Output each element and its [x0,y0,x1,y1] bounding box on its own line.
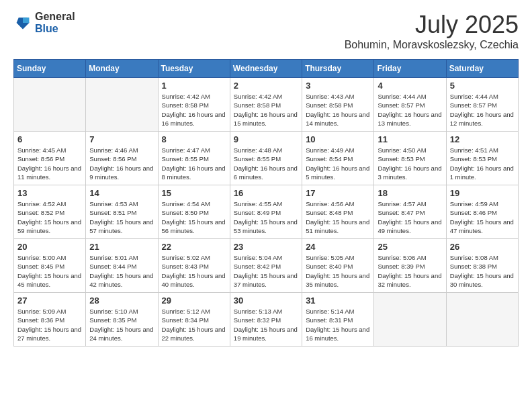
logo-general: General [35,11,75,23]
day-info: Sunrise: 5:12 AMSunset: 8:34 PMDaylight:… [162,307,226,342]
header-friday: Friday [374,60,446,78]
calendar-cell: 5Sunrise: 4:44 AMSunset: 8:57 PMDaylight… [446,78,518,132]
day-number: 27 [17,295,82,306]
header-sunday: Sunday [14,60,86,78]
calendar-table: SundayMondayTuesdayWednesdayThursdayFrid… [13,59,519,347]
calendar-cell: 11Sunrise: 4:50 AMSunset: 8:53 PMDayligh… [374,132,446,185]
header: General Blue July 2025 Bohumin, Moravsko… [13,11,519,51]
logo: General Blue [13,11,75,34]
day-number: 30 [234,295,298,306]
calendar-cell: 21Sunrise: 5:01 AMSunset: 8:44 PMDayligh… [86,239,158,293]
day-number: 20 [17,242,82,252]
day-number: 7 [89,134,154,144]
day-info: Sunrise: 4:53 AMSunset: 8:51 PMDaylight:… [89,199,154,235]
day-number: 15 [162,188,226,198]
day-number: 11 [378,134,442,144]
day-number: 1 [162,81,226,91]
calendar-week-5: 27Sunrise: 5:09 AMSunset: 8:36 PMDayligh… [14,293,519,347]
day-info: Sunrise: 4:54 AMSunset: 8:50 PMDaylight:… [162,199,226,235]
calendar-cell: 12Sunrise: 4:51 AMSunset: 8:53 PMDayligh… [446,132,518,185]
calendar-cell: 14Sunrise: 4:53 AMSunset: 8:51 PMDayligh… [86,185,158,239]
calendar-header-row: SundayMondayTuesdayWednesdayThursdayFrid… [14,60,519,78]
calendar-cell [86,78,158,132]
day-info: Sunrise: 4:56 AMSunset: 8:48 PMDaylight:… [306,199,370,235]
calendar-week-2: 6Sunrise: 4:45 AMSunset: 8:56 PMDaylight… [14,132,519,185]
day-number: 31 [306,295,370,306]
svg-marker-1 [23,17,29,23]
calendar-cell: 19Sunrise: 4:59 AMSunset: 8:46 PMDayligh… [446,185,518,239]
logo-icon [13,15,32,30]
day-number: 13 [17,188,82,198]
day-info: Sunrise: 4:43 AMSunset: 8:58 PMDaylight:… [306,92,370,128]
day-info: Sunrise: 4:46 AMSunset: 8:56 PMDaylight:… [89,146,154,181]
calendar-cell: 28Sunrise: 5:10 AMSunset: 8:35 PMDayligh… [86,293,158,347]
header-saturday: Saturday [446,60,518,78]
calendar-cell: 30Sunrise: 5:13 AMSunset: 8:32 PMDayligh… [230,293,302,347]
calendar-cell: 13Sunrise: 4:52 AMSunset: 8:52 PMDayligh… [14,185,86,239]
calendar-cell: 16Sunrise: 4:55 AMSunset: 8:49 PMDayligh… [230,185,302,239]
day-number: 23 [234,242,298,252]
calendar-cell: 7Sunrise: 4:46 AMSunset: 8:56 PMDaylight… [86,132,158,185]
calendar-cell: 20Sunrise: 5:00 AMSunset: 8:45 PMDayligh… [14,239,86,293]
header-wednesday: Wednesday [230,60,302,78]
day-info: Sunrise: 5:10 AMSunset: 8:35 PMDaylight:… [89,307,154,342]
day-info: Sunrise: 5:05 AMSunset: 8:40 PMDaylight:… [306,253,370,289]
logo-blue: Blue [35,23,75,35]
day-number: 12 [450,134,515,144]
day-info: Sunrise: 5:14 AMSunset: 8:31 PMDaylight:… [306,307,370,342]
calendar-cell: 2Sunrise: 4:42 AMSunset: 8:58 PMDaylight… [230,78,302,132]
calendar-cell: 10Sunrise: 4:49 AMSunset: 8:54 PMDayligh… [302,132,374,185]
calendar-cell: 29Sunrise: 5:12 AMSunset: 8:34 PMDayligh… [158,293,230,347]
day-number: 16 [234,188,298,198]
day-info: Sunrise: 4:57 AMSunset: 8:47 PMDaylight:… [378,199,442,235]
day-info: Sunrise: 4:51 AMSunset: 8:53 PMDaylight:… [450,146,515,181]
day-number: 3 [306,81,370,91]
day-info: Sunrise: 5:02 AMSunset: 8:43 PMDaylight:… [162,253,226,289]
day-number: 14 [89,188,154,198]
day-info: Sunrise: 5:13 AMSunset: 8:32 PMDaylight:… [234,307,298,342]
day-info: Sunrise: 5:04 AMSunset: 8:42 PMDaylight:… [234,253,298,289]
calendar-cell: 6Sunrise: 4:45 AMSunset: 8:56 PMDaylight… [14,132,86,185]
calendar-cell [14,78,86,132]
day-number: 8 [162,134,226,144]
day-number: 2 [234,81,298,91]
day-number: 25 [378,242,442,252]
day-info: Sunrise: 4:45 AMSunset: 8:56 PMDaylight:… [17,146,82,181]
day-number: 19 [450,188,515,198]
calendar-week-4: 20Sunrise: 5:00 AMSunset: 8:45 PMDayligh… [14,239,519,293]
calendar-cell [374,293,446,347]
header-tuesday: Tuesday [158,60,230,78]
day-info: Sunrise: 5:00 AMSunset: 8:45 PMDaylight:… [17,253,82,289]
day-number: 9 [234,134,298,144]
day-info: Sunrise: 4:55 AMSunset: 8:49 PMDaylight:… [234,199,298,235]
calendar-cell: 15Sunrise: 4:54 AMSunset: 8:50 PMDayligh… [158,185,230,239]
month-title: July 2025 [345,11,519,39]
day-number: 21 [89,242,154,252]
day-number: 29 [162,295,226,306]
calendar-cell: 1Sunrise: 4:42 AMSunset: 8:58 PMDaylight… [158,78,230,132]
calendar-cell: 25Sunrise: 5:06 AMSunset: 8:39 PMDayligh… [374,239,446,293]
calendar-cell: 4Sunrise: 4:44 AMSunset: 8:57 PMDaylight… [374,78,446,132]
calendar-cell: 24Sunrise: 5:05 AMSunset: 8:40 PMDayligh… [302,239,374,293]
title-area: July 2025 Bohumin, Moravskoslezsky, Czec… [345,11,519,51]
day-info: Sunrise: 4:59 AMSunset: 8:46 PMDaylight:… [450,199,515,235]
day-info: Sunrise: 4:44 AMSunset: 8:57 PMDaylight:… [450,92,515,128]
calendar-cell: 17Sunrise: 4:56 AMSunset: 8:48 PMDayligh… [302,185,374,239]
calendar-week-3: 13Sunrise: 4:52 AMSunset: 8:52 PMDayligh… [14,185,519,239]
day-info: Sunrise: 4:49 AMSunset: 8:54 PMDaylight:… [306,146,370,181]
day-number: 17 [306,188,370,198]
day-number: 24 [306,242,370,252]
calendar-cell: 26Sunrise: 5:08 AMSunset: 8:38 PMDayligh… [446,239,518,293]
day-number: 5 [450,81,515,91]
calendar-cell [446,293,518,347]
calendar-cell: 31Sunrise: 5:14 AMSunset: 8:31 PMDayligh… [302,293,374,347]
calendar-cell: 8Sunrise: 4:47 AMSunset: 8:55 PMDaylight… [158,132,230,185]
calendar-cell: 27Sunrise: 5:09 AMSunset: 8:36 PMDayligh… [14,293,86,347]
calendar-cell: 22Sunrise: 5:02 AMSunset: 8:43 PMDayligh… [158,239,230,293]
day-info: Sunrise: 4:42 AMSunset: 8:58 PMDaylight:… [162,92,226,128]
day-info: Sunrise: 4:42 AMSunset: 8:58 PMDaylight:… [234,92,298,128]
day-info: Sunrise: 4:48 AMSunset: 8:55 PMDaylight:… [234,146,298,181]
calendar-cell: 9Sunrise: 4:48 AMSunset: 8:55 PMDaylight… [230,132,302,185]
day-number: 4 [378,81,442,91]
day-number: 26 [450,242,515,252]
